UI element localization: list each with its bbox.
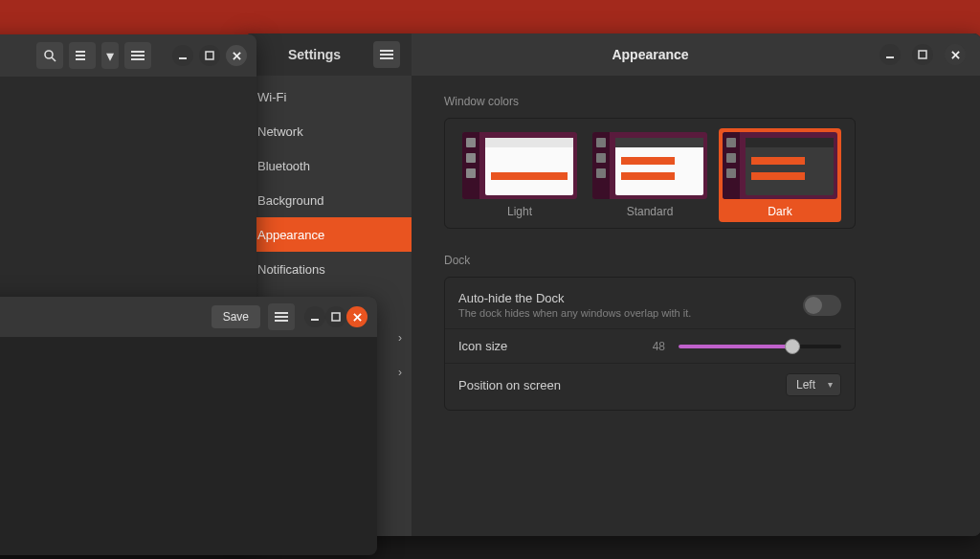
sidebar-item-label: Bluetooth (257, 159, 310, 173)
theme-option-dark[interactable]: Dark (719, 128, 841, 222)
autohide-switch[interactable] (803, 295, 841, 316)
view-dropdown-icon[interactable]: ▾ (101, 42, 119, 69)
files-header: ▾ (0, 34, 256, 77)
sidebar-item-label: Wi-Fi (257, 90, 286, 104)
window-controls (880, 44, 971, 65)
settings-main: Appearance Window colors LightStandardDa… (412, 34, 980, 536)
settings-sidebar-title: Settings (256, 47, 373, 62)
theme-preview (723, 132, 837, 199)
svg-point-7 (45, 51, 53, 58)
sidebar-item-label: Background (257, 193, 323, 208)
desktop-wallpaper (0, 0, 980, 34)
close-button[interactable] (346, 306, 368, 327)
hamburger-menu-icon[interactable] (268, 303, 295, 330)
hamburger-menu-icon[interactable] (373, 41, 400, 68)
view-list-icon[interactable] (69, 42, 96, 69)
sidebar-item-wi-fi[interactable]: Wi-Fi (244, 79, 412, 114)
maximize-button[interactable] (325, 306, 346, 327)
autohide-title: Auto-hide the Dock (458, 291, 803, 305)
maximize-button[interactable] (199, 45, 220, 66)
icon-size-slider[interactable] (679, 345, 841, 348)
files-body: PublicTemplates (0, 77, 256, 174)
settings-header-title: Appearance (421, 47, 880, 62)
theme-caption: Dark (721, 205, 839, 218)
theme-preview (462, 132, 577, 199)
sidebar-item-notifications[interactable]: Notifications (244, 252, 412, 286)
icon-size-control: 48 (612, 340, 841, 353)
position-label: Position on screen (458, 378, 786, 392)
sidebar-item-label: Network (257, 124, 303, 139)
svg-line-8 (52, 57, 56, 61)
theme-preview (592, 132, 707, 199)
settings-body: Window colors LightStandardDark Dock Aut… (412, 76, 980, 536)
minimize-button[interactable] (304, 306, 325, 327)
icon-size-label: Icon size (458, 339, 612, 353)
sidebar-item-network[interactable]: Network (244, 114, 412, 148)
dock-section: Dock Auto-hide the Dock The dock hides w… (444, 254, 948, 411)
close-button[interactable] (226, 45, 247, 66)
theme-selector: LightStandardDark (444, 118, 856, 229)
icon-size-value: 48 (653, 340, 665, 353)
maximize-button[interactable] (912, 44, 933, 65)
sidebar-item-appearance[interactable]: Appearance (244, 217, 412, 252)
dock-autohide-row: Auto-hide the Dock The dock hides when a… (445, 281, 855, 328)
sidebar-item-bluetooth[interactable]: Bluetooth (244, 148, 412, 183)
svg-rect-23 (332, 313, 340, 321)
minimize-button[interactable] (172, 45, 193, 66)
dock-panel: Auto-hide the Dock The dock hides when a… (444, 277, 856, 411)
dock-icon-size-row: Icon size 48 (445, 328, 855, 363)
hamburger-menu-icon[interactable] (124, 42, 151, 69)
close-button[interactable] (945, 44, 966, 65)
chevron-right-icon: › (398, 331, 402, 345)
dock-section-label: Dock (444, 254, 948, 267)
settings-sidebar-header: Settings (244, 34, 412, 76)
save-button[interactable]: Save (212, 305, 260, 328)
text-editor-window: Untitled Document 1 Save (0, 297, 377, 555)
sidebar-item-label: Notifications (257, 262, 325, 277)
window-colors-label: Window colors (444, 95, 948, 108)
minimize-button[interactable] (880, 44, 901, 65)
svg-rect-16 (206, 52, 213, 59)
theme-caption: Standard (590, 205, 709, 218)
text-editor-header: Untitled Document 1 Save (0, 297, 377, 337)
theme-option-standard[interactable]: Standard (589, 128, 711, 222)
theme-option-light[interactable]: Light (458, 128, 581, 222)
dock-autohide-info: Auto-hide the Dock The dock hides when a… (458, 291, 803, 319)
sidebar-item-background[interactable]: Background (244, 183, 412, 217)
dock-position-row: Position on screen Left (445, 363, 855, 406)
theme-caption: Light (460, 205, 579, 218)
chevron-right-icon: › (398, 366, 402, 379)
autohide-sub: The dock hides when any windows overlap … (458, 307, 803, 319)
position-dropdown[interactable]: Left (786, 373, 841, 396)
search-icon[interactable] (36, 42, 63, 69)
document-title: Untitled Document 1 (0, 310, 212, 324)
settings-main-header: Appearance (412, 34, 980, 76)
svg-rect-4 (919, 51, 926, 58)
position-value: Left (796, 378, 815, 391)
sidebar-item-label: Appearance (257, 228, 324, 242)
